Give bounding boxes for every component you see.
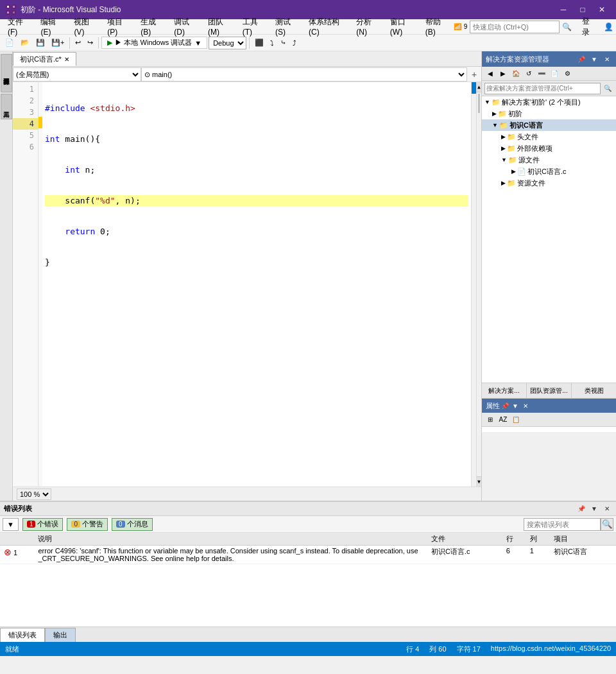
error-list-close-button[interactable]: ✕ [602, 504, 612, 514]
team-explorer-tab[interactable]: 团队资源管... [527, 383, 572, 399]
menu-test[interactable]: 测试(S) [270, 20, 304, 34]
scroll-up-button[interactable]: ▲ [477, 82, 481, 92]
props-page-button[interactable]: 📋 [510, 414, 522, 426]
errors-filter-button[interactable]: 1 个错误 [22, 518, 64, 531]
save-all-button[interactable]: 💾+ [49, 36, 67, 50]
menu-file[interactable]: 文件(F) [3, 20, 35, 34]
code-content[interactable]: #include <stdio.h> int main(){ int n; [42, 82, 471, 487]
col-project[interactable]: 项目 [550, 533, 616, 546]
toolbar-sep-2 [98, 37, 99, 49]
vertical-scrollbar[interactable]: ▲ ▼ [476, 82, 481, 487]
properties-dropdown-button[interactable]: ▼ [510, 401, 520, 411]
run-debug-button[interactable]: ▶ ▶ 本地 Windows 调试器 ▼ [101, 37, 207, 49]
menu-tools[interactable]: 工具(T) [237, 20, 270, 34]
error-filter-dropdown[interactable]: ▼ [3, 518, 19, 531]
editor-tab-active[interactable]: 初识C语言.c* ✕ [13, 52, 76, 66]
sidebar-item-server-explorer[interactable]: 服务器资源管理器 [1, 54, 12, 92]
maximize-button[interactable]: □ [574, 3, 592, 16]
col-line[interactable]: 行 [502, 533, 526, 546]
add-member-button[interactable]: + [467, 67, 481, 82]
menu-team[interactable]: 团队(M) [203, 20, 237, 34]
menu-edit[interactable]: 编辑(E) [35, 20, 69, 34]
sidebar-item-toolbox[interactable]: 工具箱 [1, 94, 12, 119]
scroll-down-button[interactable]: ▼ [477, 476, 481, 487]
error-list-tab[interactable]: 错误列表 [0, 628, 45, 642]
props-sort-category-button[interactable]: ⊞ [484, 414, 496, 426]
error-list-dropdown-button[interactable]: ▼ [589, 504, 599, 514]
tree-item-project-cyu[interactable]: ▼ 📁 初识C语言 [482, 119, 616, 131]
solution-tab[interactable]: 解决方案... [482, 383, 527, 399]
breakpoint-button[interactable]: ⬛ [252, 36, 266, 50]
solution-explorer-dropdown-button[interactable]: ▼ [589, 54, 599, 64]
sol-home-button[interactable]: 🏠 [510, 68, 522, 80]
sol-properties-button[interactable]: ⚙ [561, 68, 573, 80]
open-button[interactable]: 📂 [18, 36, 32, 50]
tree-label-project2: 初识C语言 [509, 121, 543, 130]
debug-config-select[interactable]: Debug [209, 37, 246, 49]
menu-window[interactable]: 窗口(W) [385, 20, 420, 34]
tree-item-external-deps[interactable]: ▶ 📁 外部依赖项 [482, 143, 616, 154]
step-out-button[interactable]: ⤴ [290, 36, 299, 50]
menu-project[interactable]: 项目(P) [102, 20, 135, 34]
warnings-label: 个警告 [82, 519, 103, 529]
tree-item-source-files[interactable]: ▼ 📁 源文件 [482, 154, 616, 166]
error-list-pin-button[interactable]: 📌 [576, 504, 586, 514]
scroll-thumb[interactable] [478, 94, 480, 113]
tree-arrow-source: ▼ [501, 157, 507, 163]
properties-close-button[interactable]: ✕ [520, 401, 531, 411]
scope-dropdown[interactable]: (全局范围) [13, 67, 141, 82]
tree-item-c-file[interactable]: ▶ 📄 初识C语言.c [482, 166, 616, 177]
step-over-button[interactable]: ⤵ [268, 36, 277, 50]
sol-refresh-button[interactable]: ↺ [523, 68, 535, 80]
menu-build[interactable]: 生成(B) [135, 20, 169, 34]
zoom-select[interactable]: 100 % 75 % 125 % [17, 488, 51, 500]
login-button[interactable]: 登录 [577, 20, 601, 34]
save-button[interactable]: 💾 [33, 36, 47, 50]
menu-help[interactable]: 帮助(B) [420, 20, 454, 34]
step-into-button[interactable]: ⤷ [278, 36, 289, 50]
tree-item-project-chujiie[interactable]: ▶ 📁 初阶 [482, 108, 616, 119]
col-description[interactable]: 说明 [34, 533, 427, 546]
menu-analyze[interactable]: 分析(N) [351, 20, 385, 34]
warnings-filter-button[interactable]: 0 个警告 [67, 518, 108, 531]
solution-search-button[interactable]: 🔍 [602, 83, 613, 94]
error-filter-bar: ▼ 1 个错误 0 个警告 0 个消息 🔍 [0, 516, 616, 533]
new-file-button[interactable]: 📄 [3, 36, 17, 50]
messages-filter-button[interactable]: 0 个消息 [112, 518, 153, 531]
sol-forward-button[interactable]: ▶ [497, 68, 509, 80]
solution-explorer-pin-button[interactable]: 📌 [576, 54, 586, 64]
menu-arch[interactable]: 体系结构(C) [304, 20, 351, 34]
class-view-tab[interactable]: 类视图 [572, 383, 616, 399]
col-col[interactable]: 列 [526, 533, 550, 546]
quick-search-input[interactable] [470, 21, 560, 33]
sol-back-button[interactable]: ◀ [484, 68, 496, 80]
solution-search-input[interactable] [484, 83, 601, 94]
col-file[interactable]: 文件 [427, 533, 502, 546]
solution-toolbar: ◀ ▶ 🏠 ↺ ➖ 📄 ⚙ [482, 67, 616, 81]
sol-collapse-button[interactable]: ➖ [536, 68, 547, 80]
output-tab[interactable]: 输出 [45, 628, 76, 642]
undo-button[interactable]: ↩ [73, 36, 83, 50]
error-row-1[interactable]: ⊗ 1 error C4996: 'scanf': This function … [0, 546, 616, 564]
error-search-button[interactable]: 🔍 [601, 518, 613, 531]
error-search-input[interactable] [524, 518, 601, 531]
tree-item-headers[interactable]: ▶ 📁 头文件 [482, 131, 616, 143]
sol-show-files-button[interactable]: 📄 [549, 68, 560, 80]
function-dropdown[interactable]: ⊙ main() [141, 67, 467, 82]
menu-view[interactable]: 视图(V) [69, 20, 102, 34]
tree-arrow-project1: ▶ [492, 110, 497, 117]
col-num[interactable] [0, 533, 34, 546]
return-val: 0; [95, 226, 110, 238]
tree-item-solution[interactable]: ▼ 📁 解决方案'初阶' (2 个项目) [482, 96, 616, 108]
close-button[interactable]: ✕ [593, 3, 611, 16]
minimize-button[interactable]: ─ [554, 3, 572, 16]
redo-button[interactable]: ↪ [85, 36, 96, 50]
account-icon[interactable]: 👤 [604, 22, 613, 31]
properties-pin-button[interactable]: 📌 [500, 401, 510, 411]
menu-debug[interactable]: 调试(D) [169, 20, 203, 34]
solution-explorer-close-button[interactable]: ✕ [602, 54, 612, 64]
props-sort-alpha-button[interactable]: AZ [497, 414, 509, 426]
tab-close-button[interactable]: ✕ [64, 56, 69, 63]
tree-item-resources[interactable]: ▶ 📁 资源文件 [482, 177, 616, 189]
title-bar-text: 初阶 - Microsoft Visual Studio [21, 4, 551, 15]
